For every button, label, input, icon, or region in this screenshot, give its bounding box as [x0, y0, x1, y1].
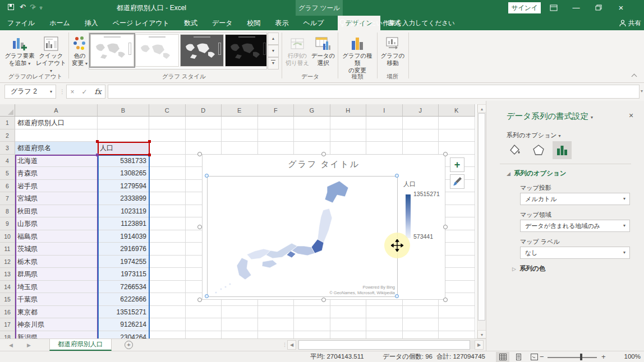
cell-J2[interactable]: [403, 129, 439, 142]
chart-resize-handle[interactable]: [197, 298, 202, 302]
cell-B4[interactable]: 5381733: [98, 155, 149, 168]
cell-I1[interactable]: [366, 117, 403, 129]
column-header-I[interactable]: I: [366, 104, 403, 117]
cell-A14[interactable]: 埼玉県: [15, 281, 98, 294]
effects-tab[interactable]: [529, 141, 548, 159]
close-button[interactable]: ×: [613, 0, 629, 16]
cell-C3[interactable]: [149, 142, 186, 155]
cell-C14[interactable]: [149, 281, 186, 294]
minimize-button[interactable]: —: [568, 0, 585, 16]
cell-I3[interactable]: [366, 142, 403, 155]
cell-E17[interactable]: [222, 318, 258, 331]
cell-G1[interactable]: [294, 117, 330, 129]
cell-A17[interactable]: 神奈川県: [15, 318, 98, 331]
cell-B3[interactable]: 人口: [98, 142, 149, 155]
cell-C9[interactable]: [149, 217, 186, 230]
switch-row-column-button[interactable]: 行/列の 切り替え: [284, 33, 311, 71]
row-header-13[interactable]: 13: [0, 268, 15, 281]
tab-挿入[interactable]: 挿入: [77, 16, 105, 30]
cell-A15[interactable]: 千葉県: [15, 293, 98, 306]
row-header-15[interactable]: 15: [0, 293, 15, 306]
cell-A9[interactable]: 山形県: [15, 217, 98, 230]
tab-数式[interactable]: 数式: [177, 16, 205, 30]
cell-G18[interactable]: [294, 331, 330, 339]
cell-F16[interactable]: [258, 306, 295, 319]
cell-C6[interactable]: [149, 180, 186, 193]
new-sheet-button[interactable]: +: [125, 341, 133, 349]
cell-B14[interactable]: 7266534: [98, 281, 149, 294]
cell-C13[interactable]: [149, 268, 186, 281]
select-data-button[interactable]: データの 選択: [310, 33, 337, 71]
cell-D3[interactable]: [186, 142, 222, 155]
zoom-in-button[interactable]: +: [601, 351, 606, 362]
cell-C12[interactable]: [149, 256, 186, 268]
sheet-nav-next-icon[interactable]: ▶: [27, 339, 31, 351]
series-options-tab[interactable]: [553, 141, 572, 159]
vertical-scrollbar[interactable]: ▴ ▾: [477, 104, 486, 338]
chart-plot-area[interactable]: Powered By Bing © GeoNames, Microsoft, W…: [207, 176, 398, 297]
row-header-8[interactable]: 8: [0, 205, 15, 218]
scroll-up-icon[interactable]: ▴: [477, 104, 486, 113]
cell-B10[interactable]: 1914039: [98, 230, 149, 243]
sign-in-button[interactable]: サインイン: [508, 2, 541, 13]
cell-A16[interactable]: 東京都: [15, 306, 98, 319]
tab-scroll-splitter[interactable]: ⋮: [282, 342, 287, 347]
change-colors-button[interactable]: 色の 変更 ▾: [71, 33, 89, 71]
expand-formula-bar-icon[interactable]: ▾: [641, 89, 643, 94]
cell-A18[interactable]: 新潟県: [15, 331, 98, 339]
cell-B17[interactable]: 9126214: [98, 318, 149, 331]
legend-title[interactable]: 人口: [403, 180, 416, 188]
column-header-E[interactable]: E: [222, 104, 258, 117]
chart-title[interactable]: グラフ タイトル: [203, 159, 445, 170]
cell-B18[interactable]: 2304264: [98, 331, 149, 339]
series-options-section-header[interactable]: ◢系列のオプション: [507, 169, 567, 178]
row-header-17[interactable]: 17: [0, 318, 15, 331]
chart-style-2[interactable]: [135, 34, 179, 67]
row-header-11[interactable]: 11: [0, 243, 15, 256]
column-header-G[interactable]: G: [294, 104, 330, 117]
cell-E18[interactable]: [222, 331, 258, 339]
cell-E2[interactable]: [222, 129, 258, 142]
cell-D18[interactable]: [186, 331, 222, 339]
cell-B7[interactable]: 2333899: [98, 192, 149, 205]
gallery-scroll-down-button[interactable]: ▾: [268, 45, 279, 57]
column-header-B[interactable]: B: [98, 104, 149, 117]
move-chart-button[interactable]: グラフの 移動: [379, 33, 406, 71]
row-header-14[interactable]: 14: [0, 281, 15, 294]
cell-B12[interactable]: 1974255: [98, 256, 149, 268]
cell-C10[interactable]: [149, 230, 186, 243]
plot-area-handle[interactable]: [395, 174, 399, 178]
chart-resize-handle[interactable]: [321, 298, 326, 302]
cell-J18[interactable]: [403, 331, 439, 339]
tab-ページ レイアウト[interactable]: ページ レイアウト: [105, 16, 177, 30]
horizontal-scrollbar[interactable]: [297, 340, 475, 350]
column-header-C[interactable]: C: [149, 104, 186, 117]
row-header-9[interactable]: 9: [0, 217, 15, 230]
pane-close-icon[interactable]: ×: [629, 111, 633, 120]
cell-A1[interactable]: 都道府県別人口: [15, 117, 98, 129]
cell-F1[interactable]: [258, 117, 295, 129]
cell-F17[interactable]: [258, 318, 295, 331]
chart-resize-handle[interactable]: [197, 152, 202, 156]
cell-C2[interactable]: [149, 129, 186, 142]
cell-E3[interactable]: [222, 142, 258, 155]
cell-B15[interactable]: 6222666: [98, 293, 149, 306]
ribbon-display-options-button[interactable]: [545, 0, 562, 16]
cell-D16[interactable]: [186, 306, 222, 319]
tab-表示[interactable]: 表示: [268, 16, 296, 30]
cell-F2[interactable]: [258, 129, 295, 142]
cell-A6[interactable]: 岩手県: [15, 180, 98, 193]
cell-C18[interactable]: [149, 331, 186, 339]
cell-K17[interactable]: [439, 318, 475, 331]
chart-elements-button[interactable]: +: [450, 157, 464, 172]
cell-C17[interactable]: [149, 318, 186, 331]
cell-A10[interactable]: 福島県: [15, 230, 98, 243]
cell-B2[interactable]: [98, 129, 149, 142]
tab-校閲[interactable]: 校閲: [240, 16, 268, 30]
cell-K18[interactable]: [439, 331, 475, 339]
column-header-A[interactable]: A: [15, 104, 98, 117]
row-header-18[interactable]: 18: [0, 331, 15, 339]
cell-I17[interactable]: [366, 318, 403, 331]
row-header-7[interactable]: 7: [0, 192, 15, 205]
chart-style-4[interactable]: [225, 34, 267, 67]
